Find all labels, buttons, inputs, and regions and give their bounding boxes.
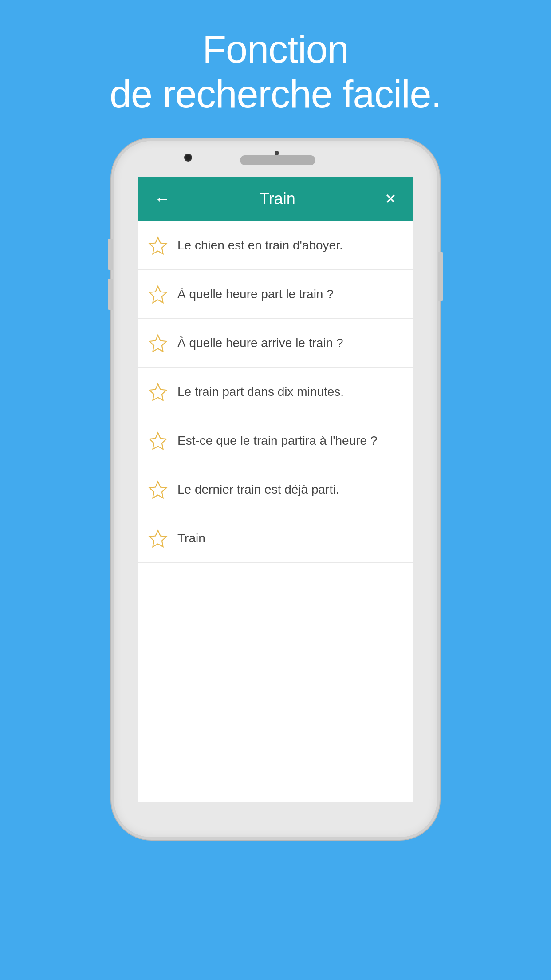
- star-icon[interactable]: [148, 285, 168, 304]
- header-title: Train: [260, 190, 295, 208]
- list-item[interactable]: Est-ce que le train partira à l'heure ?: [138, 416, 413, 465]
- close-button[interactable]: ✕: [380, 186, 401, 212]
- power-button: [438, 252, 443, 301]
- back-button[interactable]: ←: [150, 185, 175, 213]
- item-text: À quelle heure arrive le train ?: [177, 335, 343, 351]
- results-list: Le chien est en train d'aboyer. À quelle…: [138, 221, 413, 802]
- list-item[interactable]: Le dernier train est déjà parti.: [138, 465, 413, 514]
- phone-screen: ← Train ✕ Le chien est en train d'aboyer…: [138, 177, 413, 802]
- svg-marker-0: [150, 237, 166, 254]
- list-item[interactable]: À quelle heure part le train ?: [138, 270, 413, 319]
- svg-marker-3: [150, 384, 166, 400]
- sensor-dot: [275, 151, 279, 155]
- star-icon[interactable]: [148, 431, 168, 450]
- list-item[interactable]: Le train part dans dix minutes.: [138, 368, 413, 416]
- phone-top-bar: [114, 141, 437, 177]
- star-icon[interactable]: [148, 236, 168, 255]
- app-header: ← Train ✕: [138, 177, 413, 221]
- svg-marker-1: [150, 286, 166, 303]
- svg-marker-4: [150, 433, 166, 449]
- item-text: Est-ce que le train partira à l'heure ?: [177, 433, 377, 449]
- star-icon[interactable]: [148, 480, 168, 499]
- list-item[interactable]: Le chien est en train d'aboyer.: [138, 221, 413, 270]
- volume-up-button: [108, 239, 113, 270]
- star-icon[interactable]: [148, 529, 168, 548]
- speaker: [240, 155, 315, 165]
- svg-marker-6: [150, 530, 166, 547]
- svg-marker-2: [150, 335, 166, 352]
- item-text: Le dernier train est déjà parti.: [177, 482, 339, 498]
- item-text: Le train part dans dix minutes.: [177, 384, 344, 400]
- svg-marker-5: [150, 482, 166, 498]
- star-icon[interactable]: [148, 333, 168, 353]
- list-item[interactable]: Train: [138, 514, 413, 563]
- list-item[interactable]: À quelle heure arrive le train ?: [138, 319, 413, 368]
- front-camera: [184, 154, 192, 162]
- item-text: Le chien est en train d'aboyer.: [177, 237, 343, 253]
- headline-text: Fonction de recherche facile.: [110, 27, 441, 116]
- star-icon[interactable]: [148, 382, 168, 402]
- volume-down-button: [108, 279, 113, 310]
- item-text: À quelle heure part le train ?: [177, 286, 334, 302]
- item-text: Train: [177, 530, 205, 546]
- phone-frame: ← Train ✕ Le chien est en train d'aboyer…: [111, 138, 440, 840]
